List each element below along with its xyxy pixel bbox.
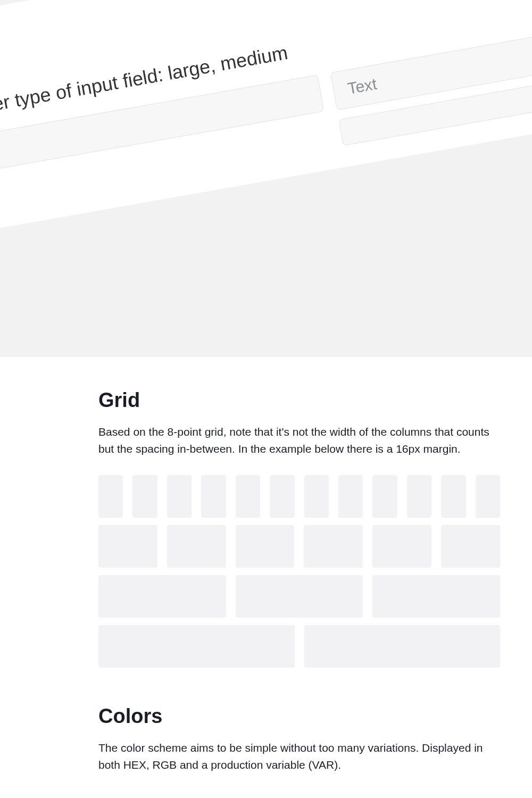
grid-cell [441, 475, 466, 518]
grid-cell [441, 525, 500, 568]
grid-cell [372, 525, 431, 568]
grid-cell [372, 575, 500, 618]
grid-cell [338, 475, 363, 518]
grid-title: Grid [98, 389, 500, 412]
grid-cell [98, 475, 123, 518]
grid-cell [167, 525, 226, 568]
grid-cell [270, 475, 294, 518]
grid-cell [372, 475, 397, 518]
grid-cell [236, 575, 363, 618]
grid-cell [304, 625, 501, 668]
grid-cell [98, 525, 157, 568]
colors-title: Colors [98, 705, 500, 728]
inputs-card: three sizes per type of input field: lar… [0, 0, 532, 249]
grid-cell [98, 625, 295, 668]
grid-cell [236, 525, 295, 568]
hero-preview: ype: default, icon left, icon rig Button… [0, 0, 532, 357]
grid-description: Based on the 8-point grid, note that it'… [98, 423, 500, 457]
grid-cell [304, 475, 329, 518]
grid-cell [304, 525, 363, 568]
grid-demo [98, 475, 500, 668]
colors-description: The color scheme aims to be simple witho… [98, 739, 500, 773]
grid-cell [201, 475, 226, 518]
input-placeholder: Text [346, 75, 378, 98]
grid-cell [167, 475, 192, 518]
grid-cell [132, 475, 157, 518]
grid-cell [476, 475, 500, 518]
grid-cell [407, 475, 431, 518]
grid-cell [236, 475, 260, 518]
grid-cell [98, 575, 226, 618]
